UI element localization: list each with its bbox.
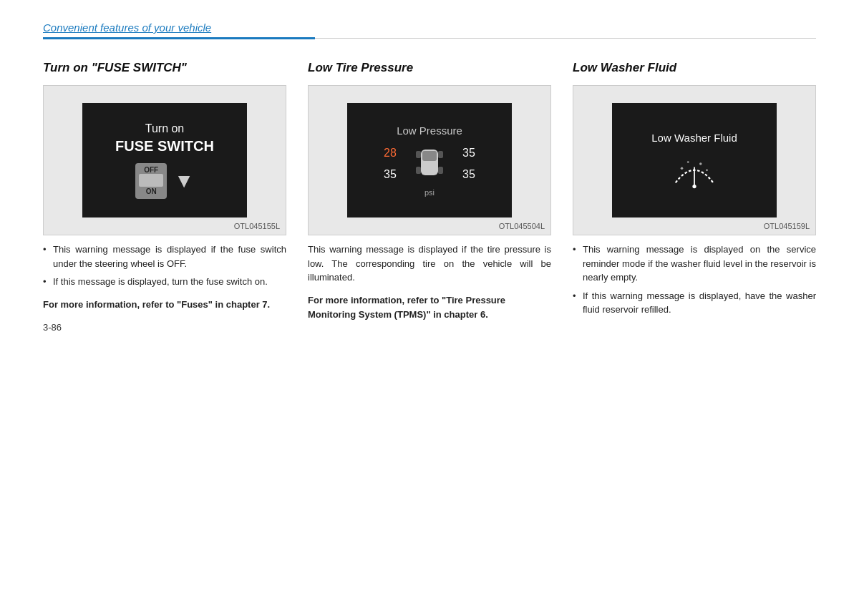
fuse-switch-bold-text: For more information, refer to "Fuses" i… <box>43 298 286 313</box>
svg-rect-4 <box>416 167 421 174</box>
svg-point-9 <box>699 162 702 165</box>
washer-fluid-image-box: Low Washer Fluid <box>573 85 816 235</box>
content-columns: Turn on "FUSE SWITCH" Turn on FUSE SWITC… <box>43 61 816 326</box>
washer-fluid-heading: Low Washer Fluid <box>573 61 816 75</box>
header-line-gray <box>315 38 816 39</box>
fuse-switch-display: Turn on FUSE SWITCH OFF ON ▼ <box>82 103 247 217</box>
washer-fluid-label: Low Washer Fluid <box>651 132 737 144</box>
column-tire-pressure: Low Tire Pressure Low Pressure 28 <box>308 61 551 326</box>
fuse-arrow-down-icon: ▼ <box>174 170 194 192</box>
washer-bullet-1: This warning message is displayed on the… <box>573 243 816 285</box>
pressure-top-right: 35 <box>462 147 475 160</box>
pressure-grid: 28 <box>372 142 487 185</box>
fuse-switch-image-box: Turn on FUSE SWITCH OFF ON ▼ OTL045155L <box>43 85 286 235</box>
pressure-bottom-right: 35 <box>462 168 475 181</box>
car-icon <box>409 145 450 182</box>
tire-pressure-caption: OTL045504L <box>499 222 545 230</box>
svg-rect-3 <box>438 151 443 158</box>
fuse-switch-area: OFF ON ▼ <box>135 163 194 199</box>
pressure-title: Low Pressure <box>397 124 462 137</box>
svg-point-10 <box>687 161 689 163</box>
tire-pressure-heading: Low Tire Pressure <box>308 61 551 75</box>
tire-pressure-image-box: Low Pressure 28 <box>308 85 551 235</box>
washer-bullet-2: If this warning message is displayed, ha… <box>573 289 816 317</box>
fuse-text-top: Turn on <box>145 122 185 135</box>
pressure-unit: psi <box>424 188 435 197</box>
fuse-toggle-nub <box>139 174 163 187</box>
washer-fluid-bullets: This warning message is displayed on the… <box>573 243 816 317</box>
header-divider <box>43 36 816 39</box>
fuse-switch-bullets: This warning message is displayed if the… <box>43 243 286 289</box>
column-fuse-switch: Turn on "FUSE SWITCH" Turn on FUSE SWITC… <box>43 61 286 326</box>
svg-rect-2 <box>416 151 421 158</box>
tire-pressure-body: This warning message is displayed if the… <box>308 243 551 285</box>
column-washer-fluid: Low Washer Fluid Low Washer Fluid <box>573 61 816 326</box>
washer-wiper-icon <box>669 154 719 190</box>
fuse-switch-caption: OTL045155L <box>234 222 280 230</box>
washer-fluid-caption: OTL045159L <box>764 222 810 230</box>
fuse-bullet-1: This warning message is displayed if the… <box>43 243 286 270</box>
header-line-blue <box>43 37 315 39</box>
svg-point-8 <box>681 167 684 170</box>
pressure-top-left: 28 <box>384 147 397 160</box>
svg-point-7 <box>692 184 696 187</box>
fuse-switch-heading: Turn on "FUSE SWITCH" <box>43 61 286 75</box>
svg-rect-1 <box>422 151 437 161</box>
fuse-off-label: OFF <box>144 166 158 174</box>
page-number: 3-86 <box>43 322 62 333</box>
svg-rect-5 <box>438 167 443 174</box>
header-title: Convenient features of your vehicle <box>43 21 816 34</box>
fuse-switch-body: OFF ON <box>135 163 167 199</box>
fuse-text-main: FUSE SWITCH <box>115 138 214 155</box>
svg-point-11 <box>706 169 708 171</box>
pressure-bottom-left: 35 <box>384 168 397 181</box>
washer-fluid-display: Low Washer Fluid <box>612 103 777 217</box>
tire-pressure-bold-text: For more information, refer to "Tire Pre… <box>308 293 551 323</box>
fuse-on-label: ON <box>146 187 157 195</box>
fuse-bullet-2: If this message is displayed, turn the f… <box>43 275 286 289</box>
tire-pressure-display: Low Pressure 28 <box>347 103 512 217</box>
page-header: Convenient features of your vehicle <box>43 21 816 39</box>
